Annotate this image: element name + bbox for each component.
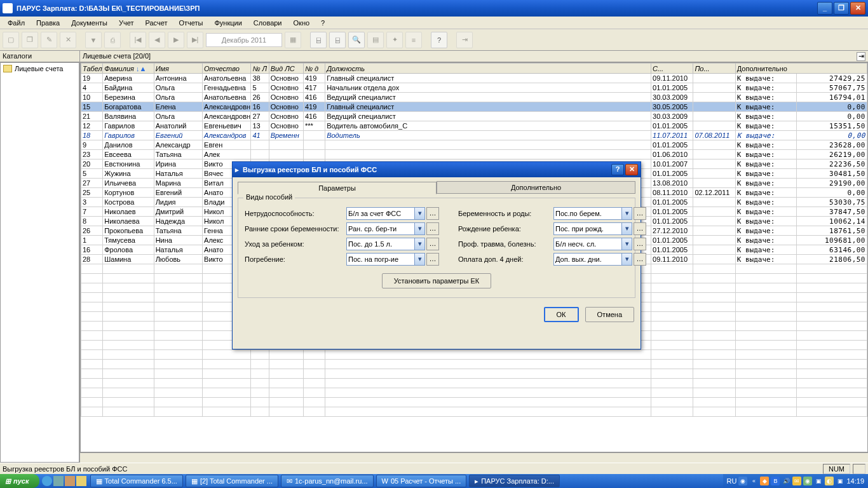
left-combo-2[interactable] [346,238,415,250]
table-row[interactable] [81,369,867,379]
tb-calc2-icon[interactable]: ⌸ [329,32,346,48]
tb-prev-icon[interactable]: ◀ [149,32,165,48]
menu-edit[interactable]: Правка [31,18,65,28]
table-row[interactable] [81,388,867,398]
tray-app1-icon[interactable]: ◉ [803,477,812,485]
menu-calc[interactable]: Расчет [140,18,172,28]
period-selector[interactable]: Декабрь 2011 [206,33,282,47]
table-row[interactable] [81,350,867,360]
table-row[interactable]: 9ДаниловАлександрЕвген01.01.2005К выдаче… [81,140,867,150]
table-row[interactable]: 15БогаратоваЕленаАлександровн16Основно41… [81,102,867,112]
col-tabel[interactable]: Табель [81,64,103,74]
right-combo-2[interactable] [553,238,622,250]
left-dropdown-0[interactable]: ▾ [415,207,425,220]
col-vid[interactable]: Вид ЛС [269,64,303,74]
expand-button[interactable]: ⇥ [857,52,865,61]
table-row[interactable]: 4БайдинаОльгаГеннадьевна5Основно417Начал… [81,83,867,93]
table-row[interactable] [81,379,867,388]
left-combo-0[interactable] [346,207,415,220]
task-tc1[interactable]: ▦Total Commander 6.5... [90,475,183,487]
tb-garant-icon[interactable]: ≡ [405,32,422,48]
minimize-button[interactable]: _ [817,2,832,15]
menu-help[interactable]: ? [316,18,330,28]
tb-print-icon[interactable]: ⎙ [104,32,121,48]
tb-calendar-icon[interactable]: ▦ [285,32,301,48]
menu-file[interactable]: Файл [3,18,30,28]
task-parus[interactable]: ▸ПАРУС Зарплата: D:... [469,475,560,487]
right-combo-0[interactable] [553,207,622,220]
left-browse-1[interactable]: … [426,222,439,235]
col-s[interactable]: С... [651,64,693,74]
dialog-help-button[interactable]: ? [611,164,624,175]
task-mail[interactable]: ✉1c-parus_nn@mail.ru... [281,475,374,487]
col-nl[interactable]: № Л [251,64,269,74]
set-ek-params-button[interactable]: Установить параметры ЕК [382,273,491,288]
tray-vol-icon[interactable]: 🔊 [782,477,790,485]
tb-next-icon[interactable]: ▶ [168,32,184,48]
tray-clock-icon[interactable]: ▣ [836,477,844,485]
col-po[interactable]: По... [693,64,735,74]
tb-tools-icon[interactable]: ✦ [386,32,403,48]
dialog-close-button[interactable]: ✕ [625,164,638,175]
ql-ie-icon[interactable] [42,476,52,486]
tab-extra[interactable]: Дополнительно [437,181,635,194]
tray-app2-icon[interactable]: ▣ [814,477,823,485]
menu-account[interactable]: Учет [114,18,139,28]
right-dropdown-0[interactable]: ▾ [622,207,632,220]
maximize-button[interactable]: ❐ [834,2,849,15]
tb-calc1-icon[interactable]: ⌸ [310,32,327,48]
table-row[interactable]: 23ЕвсееваТатьянаАлек01.06.2010К выдаче:2… [81,150,867,159]
table-row[interactable] [81,360,867,369]
right-browse-2[interactable]: … [634,238,646,250]
tb-first-icon[interactable]: |◀ [130,32,146,48]
right-dropdown-3[interactable]: ▾ [622,253,632,266]
right-combo-3[interactable] [553,253,622,266]
menu-dicts[interactable]: Словари [248,18,287,28]
menu-documents[interactable]: Документы [66,18,112,28]
col-otch[interactable]: Отчество [203,64,251,74]
menu-functions[interactable]: Функции [209,18,247,28]
tb-copy-icon[interactable]: ❐ [22,32,38,48]
right-combo-1[interactable] [553,222,622,235]
table-row[interactable]: 18ГавриловЕвгенийАлександров41ВременнВод… [81,131,867,140]
tray-net-icon[interactable]: ◆ [760,477,769,485]
left-browse-3[interactable]: … [426,253,439,266]
tb-exit-icon[interactable]: ⇥ [456,32,473,48]
tray-app3-icon[interactable]: ◐ [825,477,834,485]
tray-bt-icon[interactable]: B [771,477,780,485]
tray-chevron-icon[interactable]: « [749,477,758,485]
table-row[interactable]: 10БерезинаОльгаАнатольевна26Основно416Ве… [81,93,867,102]
left-browse-2[interactable]: … [426,238,439,250]
right-browse-1[interactable]: … [634,222,646,235]
left-dropdown-2[interactable]: ▾ [415,238,425,250]
col-dol[interactable]: Должность [325,64,651,74]
task-word[interactable]: W05 Расчет - Отчеты ... [376,475,467,487]
col-nd[interactable]: № д [303,64,325,74]
left-browse-0[interactable]: … [426,207,439,220]
right-browse-3[interactable]: … [634,253,646,266]
tray-time[interactable]: 14:19 [846,477,864,485]
tb-last-icon[interactable]: ▶| [187,32,203,48]
right-dropdown-1[interactable]: ▾ [622,222,632,235]
horizontal-scrollbar[interactable] [80,452,868,463]
tb-help-icon[interactable]: ? [431,32,447,48]
tray-msg-icon[interactable]: ✉ [792,477,801,485]
right-browse-0[interactable]: … [634,207,646,220]
ql-mail-icon[interactable] [76,476,86,486]
ql-app-icon[interactable] [65,476,75,486]
table-row[interactable]: 19АверинаАнтонинаАнатольевна38Основно419… [81,74,867,83]
menu-window[interactable]: Окно [288,18,315,28]
table-row[interactable] [81,398,867,407]
tab-params[interactable]: Параметры [238,182,437,194]
col-extra[interactable]: Дополнительно [735,64,867,74]
menu-reports[interactable]: Отчеты [173,18,208,28]
tray-shield-icon[interactable]: ◉ [738,477,747,485]
table-row[interactable]: 21ВалявинаОльгаАлександровн27Основно416В… [81,112,867,121]
tb-filter-icon[interactable]: ▼ [85,32,102,48]
left-combo-1[interactable] [346,222,415,235]
ok-button[interactable]: ОК [544,307,579,322]
left-dropdown-1[interactable]: ▾ [415,222,425,235]
close-button[interactable]: ✕ [850,2,865,15]
cancel-button[interactable]: Отмена [585,307,634,322]
tb-edit-icon[interactable]: ✎ [41,32,57,48]
